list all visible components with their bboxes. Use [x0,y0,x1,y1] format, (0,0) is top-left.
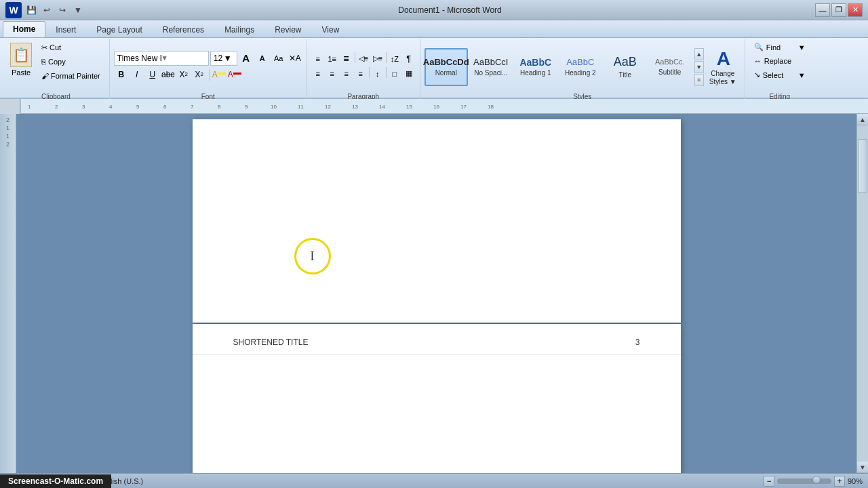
multilevel-button[interactable]: ≣ [340,52,353,66]
font-buttons-row: B I U abc X2 X2 A A [114,67,302,82]
styles-scroll-buttons: ▲ ▼ ≡ [694,48,704,86]
svg-text:14: 14 [379,104,385,110]
shading-button[interactable]: □ [388,67,401,81]
font-color-button[interactable]: A [227,67,242,82]
find-label: Find [766,43,781,52]
strikethrough-button[interactable]: abc [161,67,176,82]
styles-more[interactable]: ≡ [694,74,704,86]
tab-review[interactable]: Review [264,22,311,37]
zoom-out-button[interactable]: − [764,476,774,487]
shrink-font-button[interactable]: A [255,51,270,66]
bullets-button[interactable]: ≡ [311,52,325,66]
clear-formatting-button[interactable]: ✕A [288,51,302,66]
page-2[interactable]: SHORTENED TITLE 3 [193,324,681,473]
styles-scroll-down[interactable]: ▼ [694,61,704,73]
cut-button[interactable]: ✂ Cut [37,41,105,54]
styles-scroll-up[interactable]: ▲ [694,48,704,60]
document-area: 2 1 1 2 I SHORTENED TITLE 3 ▲ [0,114,868,473]
align-right-button[interactable]: ≡ [340,67,353,81]
vertical-scrollbar[interactable]: ▲ ▼ [856,114,868,473]
change-styles-button[interactable]: A ChangeStyles ▼ [705,47,741,87]
line-spacing-button[interactable]: ↕ [371,67,384,81]
font-size-combo[interactable]: 12 ▼ [210,51,237,66]
select-button[interactable]: ↘ Select ▼ [749,68,810,81]
find-button[interactable]: 🔍 Find ▼ [749,41,810,54]
scroll-track[interactable] [857,125,868,462]
zoom-controls: − + 90% [764,476,863,487]
page-2-content[interactable] [193,361,681,463]
minimize-button[interactable]: — [815,3,830,17]
separator [386,67,387,78]
underline-button[interactable]: U [145,67,160,82]
zoom-slider[interactable] [777,479,831,484]
zoom-thumb[interactable] [812,476,821,484]
style-title-preview: AaB [614,55,637,70]
paste-label: Paste [12,68,31,77]
change-case-button[interactable]: Aa [271,51,286,66]
undo-button[interactable]: ↩ [40,3,54,17]
copy-button[interactable]: ⎘ Copy [37,55,105,68]
svg-text:13: 13 [352,104,358,110]
borders-button[interactable]: ▦ [402,67,416,81]
font-name-combo[interactable]: Times New Roman ▼ [114,51,209,66]
tab-insert[interactable]: Insert [45,22,86,37]
replace-icon: ↔ [754,57,762,65]
grow-font-button[interactable]: A [239,51,254,66]
align-left-button[interactable]: ≡ [311,67,325,81]
scroll-thumb[interactable] [858,139,867,193]
find-arrow: ▼ [798,43,806,52]
tab-home[interactable]: Home [3,21,45,37]
format-painter-button[interactable]: 🖌 Format Painter [37,69,105,83]
style-normal[interactable]: AaBbCcDd Normal [425,48,468,86]
change-styles-label: ChangeStyles ▼ [709,70,736,86]
numbering-button[interactable]: 1≡ [326,52,339,66]
select-arrow: ▼ [798,71,806,79]
paste-button[interactable]: 📋 Paste [7,41,35,79]
style-normal-preview: AaBbCcDd [423,57,469,68]
style-subtitle[interactable]: AaBbCc. Subtitle [648,48,692,86]
center-button[interactable]: ≡ [326,67,339,81]
title-bar-left: W 💾 ↩ ↪ ▼ [5,2,85,18]
style-heading2-label: Heading 2 [565,69,596,77]
increase-indent-button[interactable]: ▷≡ [371,52,384,66]
close-button[interactable]: ✕ [848,3,863,17]
tab-view[interactable]: View [312,22,350,37]
separator [355,52,355,63]
select-label: Select [763,71,784,79]
show-marks-button[interactable]: ¶ [402,52,416,66]
style-heading1-label: Heading 1 [520,69,551,77]
redo-button[interactable]: ↪ [56,3,69,17]
ribbon-tabs: Home Insert Page Layout References Maili… [0,20,868,38]
style-title[interactable]: AaB Title [604,48,647,86]
ribbon-section: 📋 Paste ✂ Cut ⎘ Copy 🖌 [3,39,814,100]
scroll-up-button[interactable]: ▲ [857,114,868,125]
replace-button[interactable]: ↔ Replace [749,55,810,67]
superscript-button[interactable]: X2 [192,67,207,82]
subscript-button[interactable]: X2 [176,67,191,82]
tab-references[interactable]: References [153,22,214,37]
scroll-down-button[interactable]: ▼ [857,462,868,473]
font-name-row: Times New Roman ▼ 12 ▼ A A Aa ✕A [114,51,302,66]
cursor-indicator: I [294,238,331,274]
highlight-button[interactable]: A [212,67,226,82]
doc-scroll-area[interactable]: I SHORTENED TITLE 3 [16,114,856,473]
page-1-content[interactable]: I [193,119,681,323]
decrease-indent-button[interactable]: ◁≡ [357,52,370,66]
tab-mailings[interactable]: Mailings [214,22,264,37]
save-button[interactable]: 💾 [24,3,38,17]
style-no-spacing[interactable]: AaBbCcI No Spaci... [469,48,513,86]
bold-button[interactable]: B [114,67,129,82]
page-1[interactable]: I [193,119,681,323]
sort-button[interactable]: ↕Z [388,52,401,66]
tab-page-layout[interactable]: Page Layout [86,22,152,37]
text-cursor: I [311,249,315,264]
restore-button[interactable]: ❐ [831,3,846,17]
justify-button[interactable]: ≡ [354,67,368,81]
ribbon: 📋 Paste ✂ Cut ⎘ Copy 🖌 [0,38,868,99]
italic-button[interactable]: I [130,67,144,82]
style-heading1[interactable]: AaBbC Heading 1 [514,48,557,86]
customize-qa-button[interactable]: ▼ [71,3,85,17]
style-heading2[interactable]: AaBbC Heading 2 [559,48,602,86]
svg-text:1: 1 [28,104,31,110]
zoom-in-button[interactable]: + [834,476,845,487]
